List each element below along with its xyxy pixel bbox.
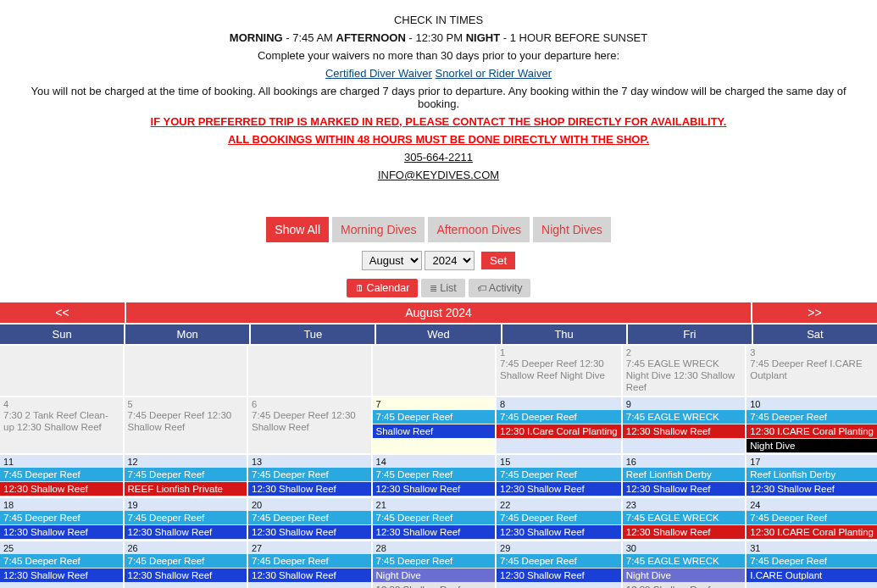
calendar-cell[interactable]: 307:45 EAGLE WRECKNight Dive12:30 Shallo… — [623, 541, 746, 588]
event-block[interactable]: 12:30 Shallow Reef — [497, 569, 621, 582]
calendar-cell[interactable]: 117:45 Deeper Reef12:30 Shallow Reef — [0, 455, 123, 496]
event-block[interactable]: 12:30 Shallow Reef — [497, 482, 621, 496]
calendar-cell[interactable]: 77:45 Deeper ReefShallow Reef — [373, 397, 496, 453]
event-block[interactable]: 12:30 Shallow Reef — [248, 569, 371, 582]
calendar-cell[interactable]: 57:45 Deeper Reef 12:30 Shallow Reef — [125, 397, 247, 453]
calendar-cell[interactable]: 317:45 Deeper ReefI.CARE Outplant — [747, 541, 877, 588]
event-block[interactable]: 7:45 Deeper Reef — [0, 554, 123, 568]
event-block[interactable]: 12:30 I.Care Coral Planting — [497, 424, 621, 438]
event-block[interactable]: 7:45 Deeper Reef — [497, 468, 621, 481]
certified-diver-waiver-link[interactable]: Certified Diver Waiver — [325, 67, 432, 80]
filter-show-all[interactable]: Show All — [266, 217, 329, 242]
event-block[interactable]: 7:45 EAGLE WRECK — [623, 554, 746, 568]
event-block[interactable]: Reef Lionfish Derby — [747, 468, 877, 481]
event-block[interactable]: 12:30 Shallow Reef — [248, 482, 371, 496]
event-block[interactable]: 12:30 Shallow Reef — [0, 525, 123, 539]
calendar-cell[interactable]: 147:45 Deeper Reef12:30 Shallow Reef — [373, 455, 496, 496]
event-block[interactable]: 7:45 Deeper Reef — [497, 511, 621, 524]
view-calendar[interactable]: 🗓Calendar — [347, 279, 419, 297]
event-block[interactable]: 7:45 Deeper Reef — [747, 511, 877, 524]
event-block[interactable]: I.CARE Outplant — [747, 569, 877, 582]
event-block[interactable]: Night Dive — [623, 569, 746, 582]
prev-month-button[interactable]: << — [0, 302, 125, 323]
event-block[interactable]: 7:45 Deeper Reef — [125, 511, 247, 524]
event-block[interactable]: 7:45 Deeper Reef — [497, 410, 621, 424]
calendar-cell[interactable]: 217:45 Deeper Reef12:30 Shallow Reef — [373, 498, 496, 540]
event-block[interactable]: 12:30 Shallow Reef — [0, 569, 123, 582]
calendar-cell[interactable]: 237:45 EAGLE WRECK12:30 Shallow Reef — [623, 498, 746, 540]
event-block[interactable]: 7:45 Deeper Reef — [125, 468, 247, 481]
calendar-cell[interactable]: 97:45 EAGLE WRECK12:30 Shallow Reef — [623, 397, 746, 453]
calendar-cell[interactable]: 16Reef Lionfish Derby12:30 Shallow Reef — [623, 455, 746, 496]
event-block[interactable]: 12:30 I.CARE Coral Planting — [747, 424, 877, 438]
event-block[interactable]: 12:30 Shallow Reef — [497, 525, 621, 539]
event-block[interactable]: 12:30 Shallow Reef — [623, 482, 746, 496]
calendar-cell[interactable]: 207:45 Deeper Reef12:30 Shallow Reef — [248, 498, 371, 540]
event-block[interactable]: REEF Lionfish Private — [125, 482, 247, 496]
calendar-cell[interactable]: 47:30 2 Tank Reef Clean-up 12:30 Shallow… — [0, 397, 123, 453]
event-block[interactable]: 7:45 Deeper Reef — [747, 554, 877, 568]
calendar-cell[interactable]: 227:45 Deeper Reef12:30 Shallow Reef — [497, 498, 621, 540]
event-block[interactable]: 12:30 Shallow Reef — [747, 482, 877, 496]
calendar-cell[interactable]: 127:45 Deeper ReefREEF Lionfish Private — [125, 455, 247, 496]
calendar-cell[interactable]: 17Reef Lionfish Derby12:30 Shallow Reef — [747, 455, 877, 496]
event-block[interactable]: 7:45 EAGLE WRECK — [623, 410, 746, 424]
event-block[interactable]: 7:45 Deeper Reef — [373, 468, 496, 481]
calendar-cell[interactable]: 187:45 Deeper Reef12:30 Shallow Reef — [0, 498, 123, 540]
calendar-cell[interactable]: 27:45 EAGLE WRECK Night Dive 12:30 Shall… — [623, 346, 746, 396]
shop-email[interactable]: INFO@KEYDIVES.COM — [378, 169, 499, 181]
event-block[interactable]: 12:30 I.CARE Coral Planting — [747, 525, 877, 539]
event-block[interactable]: 12:30 Shallow Reef — [623, 424, 746, 438]
set-button[interactable]: Set — [481, 252, 515, 269]
event-block[interactable]: 7:45 Deeper Reef — [497, 554, 621, 568]
calendar-cell[interactable]: 277:45 Deeper Reef12:30 Shallow Reef — [248, 541, 371, 588]
calendar-cell[interactable]: 137:45 Deeper Reef12:30 Shallow Reef — [248, 455, 371, 496]
event-block[interactable]: Shallow Reef — [373, 424, 496, 438]
event-block[interactable]: 7:45 Deeper Reef — [747, 410, 877, 424]
snorkel-rider-waiver-link[interactable]: Snorkel or Rider Waiver — [436, 67, 552, 80]
event-block[interactable]: 7:45 Deeper Reef — [125, 554, 247, 568]
event-block[interactable]: 7:45 Deeper Reef — [373, 410, 496, 424]
view-list[interactable]: ≣List — [421, 279, 464, 297]
next-month-button[interactable]: >> — [752, 302, 877, 323]
event-block[interactable]: 12:30 Shallow Reef — [373, 583, 496, 588]
calendar-cell[interactable]: 247:45 Deeper Reef12:30 I.CARE Coral Pla… — [747, 498, 877, 540]
view-activity[interactable]: 🏷Activity — [469, 279, 531, 297]
event-block[interactable]: 7:45 Deeper Reef — [0, 511, 123, 524]
calendar-cell[interactable]: 257:45 Deeper Reef12:30 Shallow Reef — [0, 541, 123, 588]
filter-morning-dives[interactable]: Morning Dives — [332, 217, 425, 242]
year-select[interactable]: 2024 — [425, 251, 475, 270]
calendar-cell[interactable]: 297:45 Deeper Reef12:30 Shallow Reef — [497, 541, 621, 588]
event-block[interactable]: 12:30 Shallow Reef — [373, 482, 496, 496]
event-block[interactable]: 12:30 Shallow Reef — [125, 525, 247, 539]
event-block[interactable]: 12:30 Shallow Reef — [623, 525, 746, 539]
calendar-cell[interactable]: 287:45 Deeper ReefNight Dive12:30 Shallo… — [373, 541, 496, 588]
event-block[interactable]: 12:30 Shallow Reef — [623, 583, 746, 588]
shop-phone[interactable]: 305-664-2211 — [404, 151, 473, 164]
month-select[interactable]: August — [362, 251, 422, 270]
event-block[interactable]: 12:30 Shallow Reef — [125, 569, 247, 582]
calendar-cell[interactable]: 37:45 Deeper Reef I.CARE Outplant — [747, 346, 877, 396]
event-block[interactable]: 12:30 Shallow Reef — [373, 525, 496, 539]
filter-night-dives[interactable]: Night Dives — [533, 217, 611, 242]
event-block[interactable]: 7:45 Deeper Reef — [373, 511, 496, 524]
event-block[interactable]: Night Dive — [373, 569, 496, 582]
calendar-cell[interactable]: 17:45 Deeper Reef 12:30 Shallow Reef Nig… — [497, 346, 621, 396]
calendar-cell[interactable]: 67:45 Deeper Reef 12:30 Shallow Reef — [248, 397, 371, 453]
calendar-cell[interactable]: 87:45 Deeper Reef12:30 I.Care Coral Plan… — [497, 397, 621, 453]
event-block[interactable]: Night Dive — [747, 439, 877, 452]
event-block[interactable]: 7:45 Deeper Reef — [248, 554, 371, 568]
event-block[interactable]: Reef Lionfish Derby — [623, 468, 746, 481]
calendar-cell[interactable]: 197:45 Deeper Reef12:30 Shallow Reef — [125, 498, 247, 540]
event-block[interactable]: 7:45 Deeper Reef — [373, 554, 496, 568]
event-block[interactable]: 7:45 Deeper Reef — [248, 468, 371, 481]
calendar-cell[interactable]: 107:45 Deeper Reef12:30 I.CARE Coral Pla… — [747, 397, 877, 453]
event-block[interactable]: 7:45 EAGLE WRECK — [623, 511, 746, 524]
calendar-cell[interactable]: 157:45 Deeper Reef12:30 Shallow Reef — [497, 455, 621, 496]
event-block[interactable]: 7:45 Deeper Reef — [0, 468, 123, 481]
event-block[interactable]: 12:30 Shallow Reef — [248, 525, 371, 539]
filter-afternoon-dives[interactable]: Afternoon Dives — [428, 217, 530, 242]
calendar-cell[interactable]: 267:45 Deeper Reef12:30 Shallow Reef — [125, 541, 247, 588]
event-block[interactable]: 7:45 Deeper Reef — [248, 511, 371, 524]
event-block[interactable]: 12:30 Shallow Reef — [0, 482, 123, 496]
